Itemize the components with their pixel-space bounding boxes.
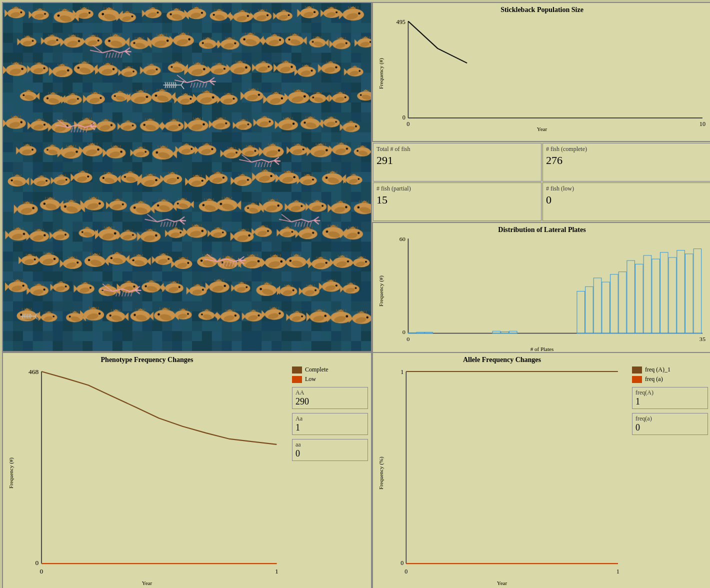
phenotype-title: Phenotype Frequency Changes: [6, 356, 288, 364]
complete-swatch: [292, 366, 302, 374]
fish-low-label: # fish (low): [546, 185, 708, 192]
svg-text:1: 1: [616, 568, 620, 575]
stats-panel: Total # of fish 291 # fish (complete) 27…: [372, 142, 710, 222]
svg-text:468: 468: [28, 368, 39, 376]
svg-rect-18: [577, 292, 585, 334]
freqa-val-value: 0: [636, 422, 704, 433]
phenotype-panel: Phenotype Frequency Changes Frequency (#…: [2, 352, 372, 588]
freqA-label: freq(A): [636, 389, 704, 396]
svg-rect-22: [610, 274, 618, 334]
phenotype-svg: 468 0 0 1: [16, 366, 288, 580]
freqa-val-label: freq(a): [636, 415, 704, 422]
svg-text:0: 0: [36, 560, 39, 567]
pop-size-panel: Stickleback Population Size Frequency (#…: [372, 2, 710, 142]
fish-simulation: [2, 2, 372, 352]
allele-x-label: Year: [376, 580, 628, 586]
svg-rect-26: [644, 256, 652, 334]
freqa-label: freq (a): [645, 376, 663, 383]
svg-rect-13: [416, 332, 424, 333]
svg-text:1: 1: [275, 568, 278, 575]
AA-box: AA 290: [292, 387, 368, 409]
freqA1-label: freq (A)_1: [645, 366, 670, 374]
fish-complete-label: # fish (complete): [546, 146, 708, 153]
AA-value: 290: [296, 396, 364, 407]
svg-text:0: 0: [406, 336, 410, 342]
allele-title: Allele Frequency Changes: [376, 356, 628, 364]
pop-size-title: Stickleback Population Size: [376, 6, 708, 14]
Aa-box: Aa 1: [292, 413, 368, 435]
allele-legend: freq (A)_1 freq (a) freq(A) 1 freq(a) 0: [628, 356, 708, 586]
svg-text:0: 0: [402, 330, 406, 336]
svg-text:1: 1: [400, 368, 404, 376]
svg-rect-25: [636, 264, 644, 333]
complete-legend: Complete: [292, 366, 368, 374]
freqA-box: freq(A) 1: [632, 387, 708, 409]
total-fish-value: 291: [376, 154, 538, 167]
low-swatch: [292, 376, 302, 383]
complete-label: Complete: [305, 366, 328, 374]
low-label: Low: [305, 376, 316, 383]
allele-y-label: Frequency (%): [376, 366, 386, 580]
allele-panel: Allele Frequency Changes Frequency (%) 1…: [372, 352, 710, 588]
freqa-swatch: [632, 376, 642, 383]
lateral-panel: Distribution of Lateral Plates Frequency…: [372, 222, 710, 356]
svg-text:0: 0: [40, 568, 44, 575]
svg-text:0: 0: [400, 560, 404, 567]
svg-text:0: 0: [406, 120, 410, 128]
fish-partial-label: # fish (partial): [376, 185, 538, 192]
pop-size-svg: 495 0 0 10: [386, 16, 708, 131]
svg-rect-14: [425, 332, 433, 333]
freqA-value: 1: [636, 396, 704, 407]
phenotype-x-label: Year: [6, 580, 288, 586]
svg-rect-19: [586, 286, 594, 333]
svg-rect-29: [668, 258, 676, 333]
total-fish-box: Total # of fish 291: [373, 143, 542, 182]
svg-rect-28: [660, 252, 668, 334]
AA-label: AA: [296, 389, 364, 396]
phenotype-y-label: Frequency (#): [6, 366, 16, 580]
lateral-svg: 60 0 0 35: [386, 236, 708, 346]
allele-svg: 1 0 0 1: [386, 366, 628, 580]
aa-value: 0: [296, 448, 364, 459]
svg-rect-32: [694, 249, 702, 334]
svg-text:35: 35: [700, 336, 706, 342]
aa-label: aa: [296, 441, 364, 448]
fish-low-value: 0: [546, 194, 708, 206]
svg-text:495: 495: [396, 18, 406, 26]
svg-rect-16: [501, 332, 509, 333]
lateral-title: Distribution of Lateral Plates: [376, 226, 708, 234]
freqa-value-box: freq(a) 0: [632, 413, 708, 435]
svg-rect-31: [685, 254, 693, 334]
lateral-x-label: # of Plates: [376, 346, 708, 352]
svg-text:10: 10: [700, 120, 706, 128]
low-legend: Low: [292, 376, 368, 383]
svg-rect-21: [602, 282, 610, 333]
Aa-value: 1: [296, 422, 364, 433]
svg-rect-30: [677, 250, 685, 334]
svg-text:0: 0: [404, 568, 408, 575]
svg-rect-27: [652, 259, 660, 333]
right-panels: Stickleback Population Size Frequency (#…: [372, 2, 710, 352]
freqa-legend: freq (a): [632, 376, 708, 383]
Aa-label: Aa: [296, 415, 364, 422]
svg-text:0: 0: [402, 114, 406, 121]
freqA1-legend: freq (A)_1: [632, 366, 708, 374]
pop-size-y-label: Frequency (#): [376, 16, 386, 131]
fish-low-box: # fish (low) 0: [542, 182, 710, 221]
lateral-y-label: Frequency (#): [376, 236, 386, 346]
svg-rect-24: [627, 260, 635, 333]
fish-partial-value: 15: [376, 194, 538, 206]
svg-text:60: 60: [400, 236, 406, 242]
fish-complete-box: # fish (complete) 276: [542, 143, 710, 182]
aa-box: aa 0: [292, 439, 368, 461]
fish-partial-box: # fish (partial) 15: [373, 182, 542, 221]
svg-rect-12: [408, 332, 416, 333]
svg-rect-23: [618, 272, 626, 334]
svg-rect-20: [594, 278, 602, 334]
phenotype-legend: Complete Low AA 290 Aa 1 aa 0: [288, 356, 368, 586]
fish-complete-value: 276: [546, 154, 708, 167]
freqA1-swatch: [632, 366, 642, 374]
total-fish-label: Total # of fish: [376, 146, 538, 153]
